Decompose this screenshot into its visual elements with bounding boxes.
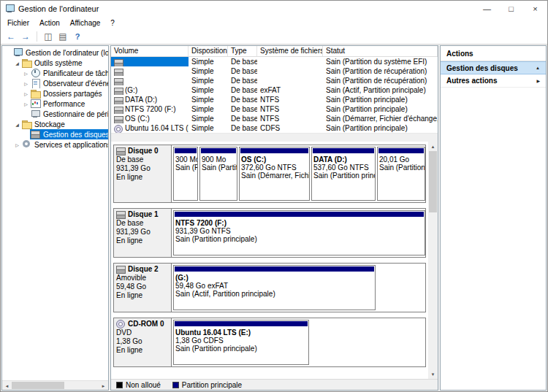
tree-item-content: Dossiers partagés [30,88,104,99]
help-icon[interactable]: ? [71,30,84,43]
collapsed-chevron-icon[interactable]: ▷ [22,91,30,96]
volume-row-data-d[interactable]: DATA (D:)SimpleDe baseNTFSSain (Partitio… [111,95,438,104]
partition-size: 1,38 Go CDFS [175,337,307,345]
scrollbar-thumb[interactable] [12,382,64,389]
close-button[interactable]: × [523,1,547,17]
partition-data-d[interactable]: DATA (D:)537,60 Go NTFSSain (Partition p… [311,147,376,201]
scrollbar-thumb[interactable] [429,151,437,212]
column-header-disposition[interactable]: Disposition [189,46,228,56]
volume-row-g[interactable]: (G:)SimpleDe baseexFATSain (Actif, Parti… [111,85,438,95]
tree-item-services-et-applications[interactable]: ▷Services et applications [2,139,108,150]
computer-icon [13,48,23,57]
disk-label-cd-rom-0[interactable]: CD-ROM 0DVD1,38 GoEn ligne [114,318,172,366]
partition-300-mo[interactable]: 300 MoSain (Partition du système EFI) [173,147,198,201]
scroll-up-button[interactable]: ▲ [428,142,438,151]
column-header-type[interactable]: Type [228,46,257,56]
action-item-label: Autres actions [446,77,497,85]
scrollbar-track[interactable] [428,151,438,369]
partition-type-band [175,321,308,326]
collapsed-chevron-icon[interactable]: ▷ [22,71,30,76]
disk-label-disque-1[interactable]: Disque 1De base931,39 GoEn ligne [114,209,172,257]
disposition-cell: Simple [189,104,228,114]
disk-label-disque-2[interactable]: Disque 2Amovible59,48 GoEn ligne [114,264,172,312]
volume-name-cell: (G:) [111,85,189,95]
expand-section-arrow-icon[interactable]: ▶ [536,78,540,83]
collapsed-chevron-icon[interactable]: ▷ [22,101,30,107]
column-header-volume[interactable]: Volume [111,46,189,56]
pane-splitter[interactable] [111,133,438,142]
partition-20-01-go[interactable]: 20,01 GoSain (Partition de récupération) [377,147,425,201]
partition-text: DATA (D:)537,60 Go NTFSSain (Partition p… [312,155,375,180]
folder-icon [22,58,32,67]
disk-icon [116,210,126,218]
disk-info-line: 931,39 Go [116,164,169,173]
tree-item-dossiers-partages[interactable]: ▷Dossiers partagés [2,88,108,99]
minimize-button[interactable]: — [475,1,499,17]
tree-horizontal-scrollbar[interactable]: ◄ ► [2,380,108,390]
disk-label-disque-0[interactable]: Disque 0De base931,39 GoEn ligne [114,145,172,202]
maximize-button[interactable]: □ [499,1,523,17]
partition-os-c[interactable]: OS (C:)372,60 Go NTFSSain (Démarrer, Fic… [239,147,310,201]
volume-row-os-c[interactable]: OS (C:)SimpleDe baseNTFSSain (Démarrer, … [111,114,438,123]
partition-ubuntu-16-04-lts-e[interactable]: Ubuntu 16.04 LTS (E:)1,38 Go CDFSSain (P… [173,320,309,365]
volume-row-unnamed-1[interactable]: SimpleDe baseSain (Partition du système … [111,57,438,66]
action-item-gestion-des-disques[interactable]: Gestion des disques▲ [441,61,546,74]
partition-status: Sain (Partition du système EFI) [175,164,196,172]
action-item-label: Gestion des disques [446,64,518,72]
menu-help[interactable]: ? [105,19,120,27]
disposition-cell: Simple [189,57,228,66]
graph-vertical-scrollbar[interactable]: ▲ ▼ [428,142,438,379]
scroll-down-button[interactable]: ▼ [428,369,438,379]
volume-row-ntfs-7200-f[interactable]: NTFS 7200 (F:)SimpleDe baseNTFSSain (Par… [111,104,438,114]
partition-ntfs-7200-f[interactable]: NTFS 7200 (F:)931,39 Go NTFSSain (Partit… [173,210,425,255]
disk-icon [116,147,126,155]
scroll-right-button[interactable]: ► [99,381,108,391]
tree-item-gestionnaire-de-peripheriques[interactable]: Gestionnaire de périphériques [2,109,108,119]
back-icon[interactable]: ← [4,30,18,43]
column-header-systeme-de-fichiers[interactable]: Système de fichiers [257,46,323,56]
expanded-chevron-icon[interactable]: ◢ [13,122,21,127]
tree-item-observateur-d-evenements[interactable]: ▷Observateur d'événements [2,78,108,88]
status-cell: Sain (Actif, Partition principale) [323,85,438,95]
menu-fichier[interactable]: Fichier [2,19,34,27]
disposition-cell: Simple [189,85,228,95]
collapse-section-arrow-icon[interactable]: ▲ [536,66,540,70]
status-cell: Sain (Partition principale) [323,123,438,133]
tree-item-planificateur-de-taches[interactable]: ▷Planificateur de tâches [2,68,108,78]
partition-900-mo[interactable]: 900 MoSain (Partition de récupération) [199,147,237,201]
volume-name-cell: NTFS 7200 (F:) [111,104,189,114]
tree-item-gestion-de-l-ordinateur-local[interactable]: Gestion de l'ordinateur (local) [2,47,108,58]
tree-item-gestion-des-disques[interactable]: Gestion des disques [2,129,108,139]
actions-items: Gestion des disques▲Autres actions▶ [441,61,546,88]
shared-folders-icon [31,89,41,98]
collapsed-chevron-icon[interactable]: ▷ [13,142,21,147]
volume-list-header: VolumeDispositionTypeSystème de fichiers… [111,46,438,57]
scroll-left-button[interactable]: ◄ [2,381,12,391]
file-system-cell [257,57,323,66]
tree-item-outils-systeme[interactable]: ◢Outils système [2,58,108,68]
type-cell: De base [228,114,257,123]
partition-type-band [175,212,424,217]
menu-affichage[interactable]: Affichage [65,19,106,27]
export-list-icon[interactable]: ▤ [56,30,69,43]
expanded-chevron-icon[interactable]: ◢ [13,61,21,66]
tree-item-stockage[interactable]: ◢Stockage [2,119,108,129]
volume-row-ubuntu-16-04-lts-e[interactable]: Ubuntu 16.04 LTS (E:)SimpleDe baseCDFSSa… [111,123,438,133]
volume-row-unnamed-3[interactable]: SimpleDe baseSain (Partition de récupéra… [111,76,438,85]
partition-g[interactable]: (G:)59,48 Go exFATSain (Actif, Partition… [173,265,376,310]
volume-row-unnamed-2[interactable]: SimpleDe baseSain (Partition de récupéra… [111,66,438,76]
partition-type-band [313,148,374,153]
collapsed-chevron-icon[interactable]: ▷ [22,81,30,86]
forward-icon[interactable]: → [19,30,32,43]
tree-item-performance[interactable]: ▷Performance [2,99,108,109]
partition-size: 931,39 Go NTFS [175,227,423,235]
status-cell: Sain (Partition de récupération) [323,66,438,76]
scrollbar-track[interactable] [12,381,99,390]
action-item-autres-actions[interactable]: Autres actions▶ [441,74,546,88]
console-tree-icon[interactable]: ◫ [42,30,55,43]
title-bar[interactable]: Gestion de l'ordinateur — □ × [1,1,547,17]
menu-action[interactable]: Action [34,19,65,27]
volume-name: OS (C:) [125,115,150,123]
disk-graph-area: Disque 0De base931,39 GoEn ligne300 MoSa… [111,142,428,379]
column-header-statut[interactable]: Statut [323,46,438,56]
